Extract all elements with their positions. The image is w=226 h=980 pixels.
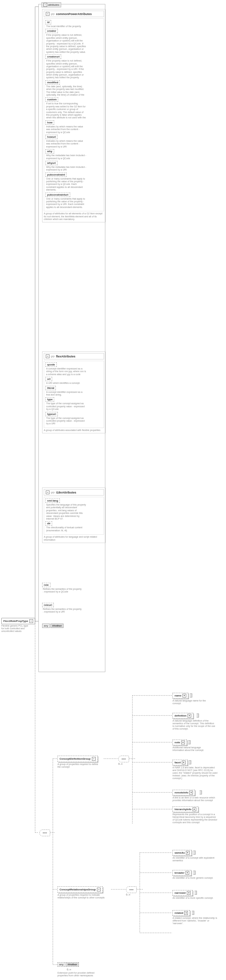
- leaf-narrower-desc: An identifier of a more specific concept…: [172, 897, 216, 899]
- leaf-sameas[interactable]: sameAs+: [172, 850, 191, 856]
- group-i18n-frame: − grp i18nAttributes xml:langSpecifies t…: [42, 487, 106, 543]
- attr-creatoruri[interactable]: creatoruri: [46, 54, 61, 59]
- attr-modified[interactable]: modified: [46, 80, 60, 84]
- attr-qcode[interactable]: qcode: [46, 363, 57, 367]
- leaf-broader-label: broader: [175, 871, 185, 874]
- attr-why[interactable]: why: [46, 149, 54, 153]
- leaf-facet[interactable]: facet+: [172, 760, 188, 765]
- attr-row: dirThe directionality of textual content…: [46, 521, 102, 532]
- collapse-icon[interactable]: −: [46, 355, 49, 358]
- leaf-facet-desc: In NAR 1.8 and later, facet is deprecate…: [172, 766, 218, 780]
- attr-literal[interactable]: literal: [46, 386, 56, 390]
- attr-desc: The local identifier of the property.: [46, 24, 86, 28]
- group-flex-title: flexAttributes: [56, 355, 76, 358]
- cdg-label: ConceptDefinitionGroup: [59, 757, 91, 760]
- group-flex-frame: − grp flexAttributes qcodeA concept iden…: [42, 352, 106, 433]
- concept-definition-group-node[interactable]: ConceptDefinitionGroup −: [57, 756, 98, 762]
- attr-howuri[interactable]: howuri: [46, 135, 57, 139]
- any-prefix: any: [42, 624, 50, 628]
- attr-label: howuri: [47, 135, 56, 138]
- attr-whyuri[interactable]: whyuri: [46, 161, 57, 165]
- collapse-icon[interactable]: −: [29, 619, 33, 623]
- expand-icon[interactable]: +: [181, 741, 185, 744]
- leaf-definition[interactable]: definition+: [172, 713, 193, 719]
- leaf-sameas-tab: [193, 851, 196, 854]
- collapse-icon[interactable]: −: [43, 3, 47, 7]
- attr-label: qcode: [47, 363, 55, 366]
- attr-label: how: [47, 121, 53, 124]
- attr-creator[interactable]: creator: [46, 29, 58, 33]
- concept-relationships-group-node[interactable]: ConceptRelationshipsGroup −: [57, 886, 103, 893]
- attr-role[interactable]: role: [42, 583, 51, 587]
- collapse-icon[interactable]: −: [92, 757, 95, 760]
- leaf-remoteinfo[interactable]: remoteInfo+: [172, 790, 195, 795]
- leaf-narrower[interactable]: narrower+: [172, 890, 193, 896]
- leaf-related[interactable]: related+: [172, 910, 190, 916]
- leaf-broader[interactable]: broader+: [172, 870, 191, 876]
- root-type-node[interactable]: Flex1RolePropType −: [2, 618, 35, 624]
- expand-icon[interactable]: +: [182, 760, 186, 764]
- leaf-name-desc: A natural language name for the concept.: [172, 700, 213, 705]
- any-attribute[interactable]: any ##other: [42, 624, 64, 628]
- leaf-hierarchyinfo[interactable]: hierarchyInfo+: [172, 807, 198, 812]
- attr-label: pubconstraint: [47, 173, 65, 176]
- attr-uri[interactable]: uri: [46, 377, 52, 381]
- any-element[interactable]: any ##other: [57, 962, 79, 967]
- svg-point-36: [130, 889, 131, 890]
- leaf-facet-tab: [189, 760, 191, 764]
- expand-icon[interactable]: +: [189, 791, 193, 794]
- attr-xml-lang[interactable]: xml:lang: [46, 498, 60, 503]
- expand-icon[interactable]: +: [184, 911, 188, 915]
- attr-row: customIf set to true the corresponding p…: [46, 97, 102, 119]
- collapse-icon[interactable]: −: [46, 12, 49, 16]
- attr-roleuri-label: roleuri: [44, 603, 52, 606]
- leaf-remoteinfo-label: remoteInfo: [175, 791, 188, 794]
- group-flex-header[interactable]: − grp flexAttributes: [44, 353, 104, 360]
- group-flex-footer: A group of attributes associated with fl…: [44, 429, 104, 432]
- expand-icon[interactable]: +: [187, 891, 191, 895]
- collapse-icon[interactable]: −: [97, 888, 100, 891]
- attr-label: id: [47, 21, 49, 24]
- expand-icon[interactable]: +: [193, 807, 196, 811]
- leaf-note[interactable]: note+: [172, 740, 187, 745]
- root-type-label: Flex1RolePropType: [3, 620, 28, 622]
- connector-lines: line,path { stroke:#888; stroke-width:1;…: [0, 0, 226, 980]
- expand-icon[interactable]: +: [183, 694, 186, 697]
- attr-pubconstrainturi[interactable]: pubconstrainturi: [46, 192, 70, 197]
- attr-label: uri: [47, 377, 51, 380]
- attr-row: pubconstrainturiOne or many constraints …: [46, 192, 102, 209]
- attr-typeuri[interactable]: typeuri: [46, 412, 58, 416]
- attr-dir[interactable]: dir: [46, 521, 52, 526]
- attr-desc: Indicates by which means the value was e…: [46, 125, 86, 134]
- group-commonpower-header[interactable]: − grp commonPowerAttributes: [44, 11, 104, 17]
- leaf-name[interactable]: name+: [172, 693, 188, 698]
- group-i18n-header[interactable]: − grp i18nAttributes: [44, 489, 104, 496]
- attr-pubconstraint[interactable]: pubconstraint: [46, 173, 67, 177]
- attr-label: typeuri: [47, 413, 56, 415]
- expand-icon[interactable]: +: [188, 714, 191, 718]
- diagram-canvas: line,path { stroke:#888; stroke-width:1;…: [0, 0, 226, 980]
- grp-prefix: grp: [51, 13, 55, 15]
- any-label: ##other: [51, 624, 64, 628]
- attr-row: literalA concept identifier expressed as…: [46, 386, 102, 396]
- attr-how[interactable]: how: [46, 120, 54, 125]
- expand-icon[interactable]: +: [186, 871, 189, 875]
- attr-row: xml:langSpecifies the language of this p…: [46, 498, 102, 520]
- attr-roleuri-row: roleuri Refines the semantics of the pro…: [42, 603, 83, 614]
- expand-icon[interactable]: +: [186, 851, 189, 854]
- attr-role-desc: Refines the semantics of the property - …: [42, 587, 83, 593]
- attr-label: pubconstrainturi: [47, 193, 68, 196]
- svg-point-37: [131, 889, 132, 890]
- leaf-sameas-label: sameAs: [175, 851, 185, 854]
- collapse-icon[interactable]: −: [46, 490, 49, 494]
- attr-custom[interactable]: custom: [46, 97, 58, 102]
- leaf-name-tab: [190, 694, 192, 697]
- attr-desc: Specifies the language of this property …: [46, 503, 86, 520]
- attr-roleuri[interactable]: roleuri: [42, 603, 54, 607]
- attr-id[interactable]: id: [46, 20, 51, 24]
- attr-row: howIndicates by which means the value wa…: [46, 120, 102, 134]
- group-i18n-title: i18nAttributes: [56, 491, 76, 494]
- leaf-note-desc: Additional natural language information …: [172, 746, 213, 752]
- attr-type[interactable]: type: [46, 397, 54, 402]
- attr-label: custom: [47, 98, 56, 101]
